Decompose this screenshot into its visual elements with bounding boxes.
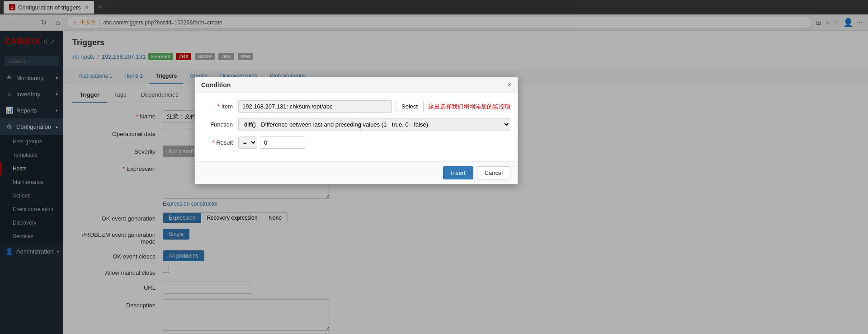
modal-function-row: Function diff() - Difference between las…: [202, 118, 510, 131]
result-row: =: [238, 136, 305, 149]
modal-footer: Insert Cancel: [195, 161, 518, 184]
modal-close-icon[interactable]: ×: [507, 81, 511, 89]
select-button[interactable]: Select: [396, 101, 424, 112]
modal-body: Item Select 这里选择我们刚刚添加的监控项 Function diff…: [195, 93, 518, 161]
modal-item-input[interactable]: [238, 100, 392, 113]
cancel-button[interactable]: Cancel: [477, 166, 510, 179]
modal-title: Condition: [201, 81, 231, 89]
modal-result-row: Result =: [202, 136, 510, 149]
modal-item-label: Item: [202, 103, 238, 110]
modal-result-label: Result: [202, 139, 238, 146]
insert-button[interactable]: Insert: [443, 166, 473, 179]
hint-text: 这里选择我们刚刚添加的监控项: [428, 103, 510, 111]
modal-header: Condition ×: [195, 77, 518, 93]
result-eq-select[interactable]: =: [238, 136, 257, 149]
function-select[interactable]: diff() - Difference between last and pre…: [238, 118, 510, 131]
eq-select-wrap: =: [238, 136, 257, 149]
condition-modal: Condition × Item Select 这里选择我们刚刚添加的监控项 F…: [194, 77, 518, 184]
modal-function-label: Function: [202, 121, 238, 128]
result-value-input[interactable]: [260, 136, 305, 149]
modal-item-row: Item Select 这里选择我们刚刚添加的监控项: [202, 100, 510, 113]
modal-overlay: Condition × Item Select 这里选择我们刚刚添加的监控项 F…: [0, 0, 868, 334]
